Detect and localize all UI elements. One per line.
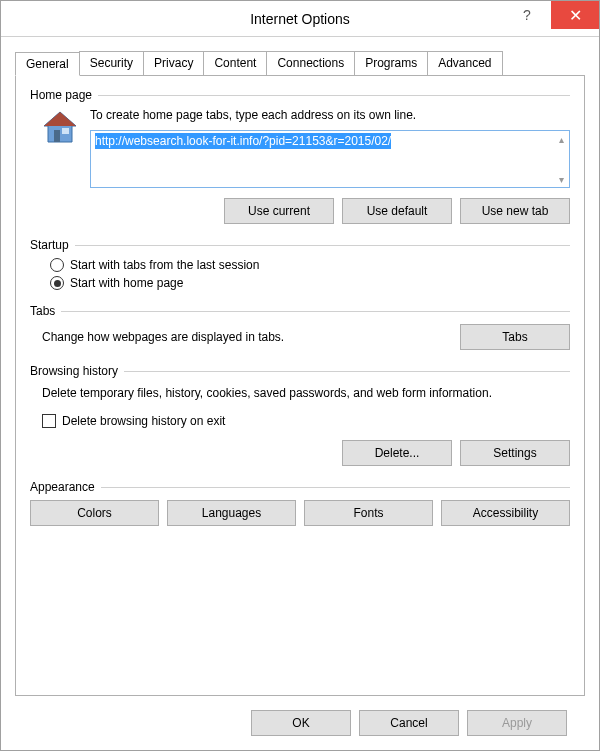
homepage-url-text: http://websearch.look-for-it.info/?pid=2… [95,133,391,149]
scroll-down-icon[interactable]: ▾ [554,172,568,186]
divider [75,245,570,246]
use-new-tab-button[interactable]: Use new tab [460,198,570,224]
languages-button[interactable]: Languages [167,500,296,526]
tab-privacy[interactable]: Privacy [143,51,204,75]
tabs-desc: Change how webpages are displayed in tab… [42,330,284,344]
radio-label: Start with home page [70,276,183,290]
tab-programs[interactable]: Programs [354,51,428,75]
radio-last-session[interactable]: Start with tabs from the last session [50,258,570,272]
tabs-button[interactable]: Tabs [460,324,570,350]
history-desc: Delete temporary files, history, cookies… [42,384,570,402]
appearance-title: Appearance [30,480,95,494]
use-current-button[interactable]: Use current [224,198,334,224]
fonts-button[interactable]: Fonts [304,500,433,526]
svg-marker-1 [44,112,76,126]
tab-connections[interactable]: Connections [266,51,355,75]
radio-label: Start with tabs from the last session [70,258,259,272]
apply-button[interactable]: Apply [467,710,567,736]
tab-security[interactable]: Security [79,51,144,75]
homepage-desc: To create home page tabs, type each addr… [90,108,570,122]
home-icon [40,108,80,148]
startup-title: Startup [30,238,69,252]
homepage-title: Home page [30,88,92,102]
use-default-button[interactable]: Use default [342,198,452,224]
cancel-button[interactable]: Cancel [359,710,459,736]
tab-general[interactable]: General [15,52,80,76]
history-title: Browsing history [30,364,118,378]
content-area: General Security Privacy Content Connect… [1,37,599,750]
titlebar: Internet Options ? ✕ [1,1,599,37]
divider [98,95,570,96]
accessibility-button[interactable]: Accessibility [441,500,570,526]
checkbox-icon [42,414,56,428]
general-panel: Home page To create home page tabs, type… [15,76,585,696]
svg-rect-3 [62,128,69,134]
radio-icon [50,258,64,272]
history-settings-button[interactable]: Settings [460,440,570,466]
help-button[interactable]: ? [503,1,551,29]
tab-strip: General Security Privacy Content Connect… [15,51,585,76]
close-icon: ✕ [569,6,582,25]
svg-rect-2 [54,130,60,142]
delete-on-exit-checkbox[interactable]: Delete browsing history on exit [42,414,570,428]
radio-icon [50,276,64,290]
checkbox-label: Delete browsing history on exit [62,414,225,428]
dialog-footer: OK Cancel Apply [15,696,585,750]
window-title: Internet Options [250,11,350,27]
ok-button[interactable]: OK [251,710,351,736]
homepage-url-field[interactable]: http://websearch.look-for-it.info/?pid=2… [90,130,570,188]
tab-content[interactable]: Content [203,51,267,75]
colors-button[interactable]: Colors [30,500,159,526]
history-group: Browsing history Delete temporary files,… [30,364,570,466]
delete-button[interactable]: Delete... [342,440,452,466]
tabs-group: Tabs Change how webpages are displayed i… [30,304,570,350]
divider [101,487,570,488]
scroll-up-icon[interactable]: ▴ [554,132,568,146]
startup-group: Startup Start with tabs from the last se… [30,238,570,290]
homepage-group: Home page To create home page tabs, type… [30,88,570,224]
divider [61,311,570,312]
titlebar-controls: ? ✕ [503,1,599,36]
appearance-group: Appearance Colors Languages Fonts Access… [30,480,570,526]
radio-home-page[interactable]: Start with home page [50,276,570,290]
tabs-title: Tabs [30,304,55,318]
close-button[interactable]: ✕ [551,1,599,29]
divider [124,371,570,372]
tab-advanced[interactable]: Advanced [427,51,502,75]
internet-options-window: Internet Options ? ✕ General Security Pr… [0,0,600,751]
